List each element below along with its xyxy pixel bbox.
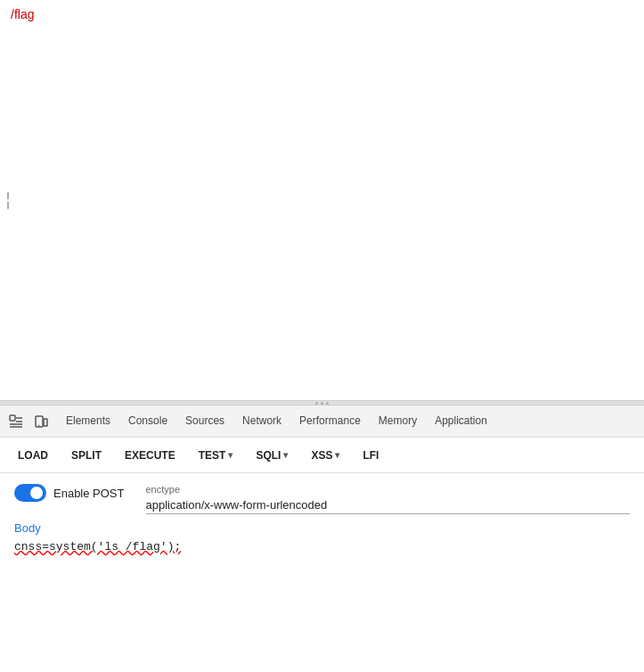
sqli-button[interactable]: SQLI ▾ [245,445,298,466]
devtools-tabs: Elements Console Sources Network Perform… [57,406,496,437]
browser-content-area: /flag [0,0,644,401]
tab-network[interactable]: Network [233,406,290,437]
drag-handle[interactable] [7,192,9,209]
xss-button[interactable]: XSS ▾ [300,445,350,466]
device-toolbar-button[interactable] [29,409,53,434]
pentest-toolbar: LOAD SPLIT EXECUTE TEST ▾ SQLI ▾ XSS ▾ L… [0,438,644,473]
enctype-value: application/x-www-form-urlencoded [146,498,631,514]
body-value: cnss=system('ls /flag'); [14,540,181,553]
enable-post-toggle[interactable] [14,484,46,502]
toggle-slider [14,484,46,502]
split-button[interactable]: SPLIT [61,445,112,466]
svg-rect-0 [10,415,15,421]
devtools-toolbar: Elements Console Sources Network Perform… [0,406,644,438]
tab-memory[interactable]: Memory [370,406,426,437]
test-button[interactable]: TEST ▾ [188,445,244,466]
enctype-group: enctype application/x-www-form-urlencode… [146,484,631,514]
sqli-arrow-icon: ▾ [283,450,288,460]
form-field-group: Enable POST enctype application/x-www-fo… [14,484,630,514]
page-path: /flag [0,0,644,29]
tab-application[interactable]: Application [426,406,496,437]
xss-arrow-icon: ▾ [335,450,339,460]
enable-post-label: Enable POST [53,487,125,500]
devtools-content: Enable POST enctype application/x-www-fo… [0,473,644,672]
execute-button[interactable]: EXECUTE [114,445,186,466]
body-content: cnss=system('ls /flag'); [14,540,630,553]
svg-rect-6 [44,419,47,426]
devtools-panel: Elements Console Sources Network Perform… [0,405,644,672]
tab-elements[interactable]: Elements [57,406,119,437]
tab-console[interactable]: Console [119,406,176,437]
load-button[interactable]: LOAD [7,445,59,466]
test-arrow-icon: ▾ [228,450,232,460]
tab-sources[interactable]: Sources [176,406,233,437]
body-label[interactable]: Body [14,521,630,535]
lfi-button[interactable]: LFI [352,445,389,466]
inspect-element-button[interactable] [4,409,29,434]
enable-post-row: Enable POST [14,484,125,502]
enctype-label: enctype [146,484,631,495]
svg-point-7 [38,424,39,425]
tab-performance[interactable]: Performance [290,406,370,437]
